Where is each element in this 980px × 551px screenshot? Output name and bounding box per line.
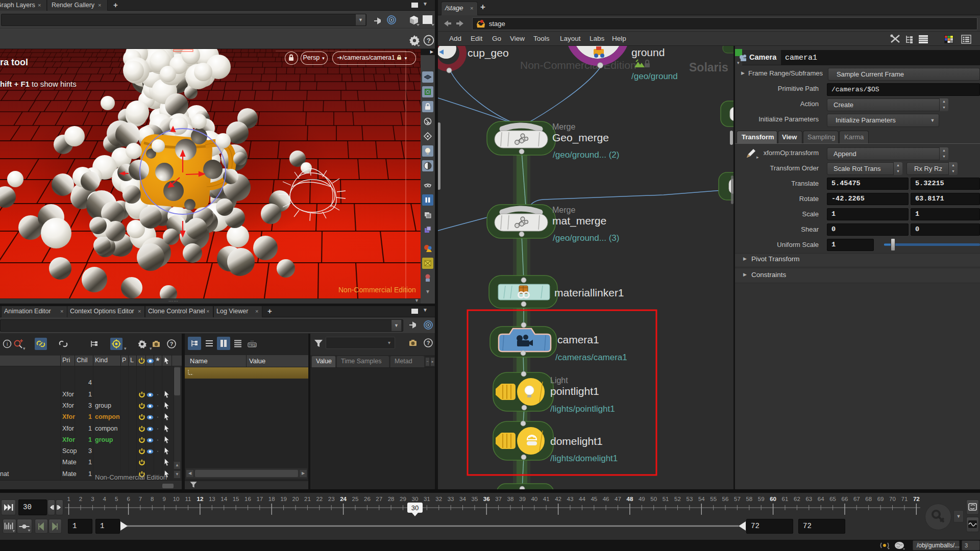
svg-text:ground: ground bbox=[631, 46, 665, 58]
svg-text:61: 61 bbox=[782, 496, 789, 502]
svg-text:22: 22 bbox=[316, 496, 323, 502]
svg-text:Non-Commercial Edition: Non-Commercial Edition bbox=[520, 59, 636, 71]
svg-text:71: 71 bbox=[901, 496, 908, 502]
svg-text:63: 63 bbox=[805, 496, 812, 502]
svg-text:11: 11 bbox=[185, 496, 191, 502]
svg-text:53: 53 bbox=[687, 496, 693, 502]
svg-text:43: 43 bbox=[567, 496, 574, 502]
svg-text:69: 69 bbox=[877, 496, 884, 502]
svg-text:67: 67 bbox=[853, 496, 860, 502]
svg-text:40: 40 bbox=[531, 496, 537, 502]
svg-text:/geo/ground: /geo/ground bbox=[631, 71, 678, 81]
svg-text:2: 2 bbox=[79, 496, 82, 502]
svg-text:Solaris: Solaris bbox=[689, 61, 728, 74]
svg-text:29: 29 bbox=[400, 496, 406, 502]
svg-text:56: 56 bbox=[722, 496, 729, 502]
svg-text:12: 12 bbox=[197, 496, 204, 502]
svg-text:50: 50 bbox=[650, 496, 657, 502]
svg-text:24: 24 bbox=[340, 496, 347, 502]
svg-text:?: ? bbox=[170, 341, 174, 347]
svg-text:domelight1: domelight1 bbox=[550, 435, 603, 447]
svg-text:13: 13 bbox=[209, 496, 215, 502]
svg-text:cup_geo: cup_geo bbox=[468, 47, 509, 59]
svg-text:i: i bbox=[7, 341, 8, 347]
svg-text:17: 17 bbox=[256, 496, 263, 502]
svg-text:57: 57 bbox=[734, 496, 741, 502]
svg-text:21: 21 bbox=[304, 496, 311, 502]
svg-text:/lights/pointlight1: /lights/pointlight1 bbox=[550, 404, 615, 414]
svg-text:/geo/ground... (3): /geo/ground... (3) bbox=[553, 233, 619, 243]
svg-text:26: 26 bbox=[364, 496, 371, 502]
svg-text:10: 10 bbox=[173, 496, 180, 502]
svg-text:54: 54 bbox=[698, 496, 705, 502]
svg-text:62: 62 bbox=[794, 496, 800, 502]
svg-text:59: 59 bbox=[758, 496, 765, 502]
svg-text:30: 30 bbox=[412, 496, 419, 502]
svg-text:44: 44 bbox=[579, 496, 585, 502]
svg-text:7: 7 bbox=[139, 496, 142, 502]
svg-text:18: 18 bbox=[268, 496, 275, 502]
svg-text:4: 4 bbox=[103, 496, 107, 502]
svg-text:48: 48 bbox=[627, 496, 633, 502]
svg-text:15: 15 bbox=[233, 496, 239, 502]
svg-text:30: 30 bbox=[411, 504, 419, 512]
svg-text:38: 38 bbox=[507, 496, 514, 502]
svg-text:9: 9 bbox=[162, 496, 165, 502]
svg-text:1: 1 bbox=[67, 496, 70, 502]
svg-text:25: 25 bbox=[352, 496, 359, 502]
svg-text:39: 39 bbox=[519, 496, 526, 502]
svg-text:32: 32 bbox=[435, 496, 442, 502]
svg-text:36: 36 bbox=[483, 496, 490, 502]
svg-text:Merge: Merge bbox=[552, 206, 575, 214]
svg-text:/lights/domelight1: /lights/domelight1 bbox=[550, 454, 618, 463]
svg-text:?: ? bbox=[427, 37, 431, 44]
svg-text:41: 41 bbox=[543, 496, 550, 502]
svg-text:27: 27 bbox=[376, 496, 382, 502]
svg-text:46: 46 bbox=[603, 496, 609, 502]
svg-text:3: 3 bbox=[91, 496, 94, 502]
svg-text:72: 72 bbox=[913, 496, 920, 502]
svg-text:28: 28 bbox=[388, 496, 395, 502]
svg-text:camera1: camera1 bbox=[557, 334, 599, 345]
svg-text:64: 64 bbox=[818, 496, 824, 502]
svg-text:66: 66 bbox=[842, 496, 848, 502]
svg-text:/cameras/camera1: /cameras/camera1 bbox=[555, 353, 627, 362]
svg-text:16: 16 bbox=[244, 496, 251, 502]
svg-text:52: 52 bbox=[674, 496, 681, 502]
svg-text:Light: Light bbox=[550, 376, 568, 385]
svg-text:45: 45 bbox=[591, 496, 597, 502]
svg-text:51: 51 bbox=[663, 496, 669, 502]
svg-text:/geo/ground... (2): /geo/ground... (2) bbox=[553, 150, 619, 160]
svg-text:31: 31 bbox=[424, 496, 430, 502]
svg-text:Geo_merge: Geo_merge bbox=[552, 132, 609, 144]
svg-text:58: 58 bbox=[746, 496, 752, 502]
svg-text:5: 5 bbox=[115, 496, 118, 502]
svg-text:68: 68 bbox=[865, 496, 872, 502]
svg-text:37: 37 bbox=[495, 496, 502, 502]
svg-text:8: 8 bbox=[151, 496, 154, 502]
svg-text:55: 55 bbox=[710, 496, 717, 502]
svg-text:49: 49 bbox=[639, 496, 645, 502]
svg-text:33: 33 bbox=[448, 496, 454, 502]
svg-text:6: 6 bbox=[127, 496, 130, 502]
svg-text:35: 35 bbox=[472, 496, 478, 502]
svg-text:?: ? bbox=[427, 340, 430, 346]
svg-text:70: 70 bbox=[889, 496, 896, 502]
svg-text:34: 34 bbox=[459, 496, 466, 502]
svg-text:mat_merge: mat_merge bbox=[552, 215, 606, 227]
svg-text:19: 19 bbox=[280, 496, 287, 502]
svg-text:60: 60 bbox=[770, 496, 776, 502]
svg-text:pointlight1: pointlight1 bbox=[550, 385, 599, 397]
svg-text:14: 14 bbox=[220, 496, 227, 502]
svg-text:65: 65 bbox=[829, 496, 836, 502]
svg-text:20: 20 bbox=[292, 496, 299, 502]
svg-text:23: 23 bbox=[328, 496, 335, 502]
svg-text:47: 47 bbox=[615, 496, 621, 502]
svg-text:Merge: Merge bbox=[552, 122, 575, 131]
svg-text:42: 42 bbox=[555, 496, 561, 502]
svg-text:materiallinker1: materiallinker1 bbox=[554, 287, 624, 298]
svg-text:TRS: TRS bbox=[249, 343, 256, 347]
